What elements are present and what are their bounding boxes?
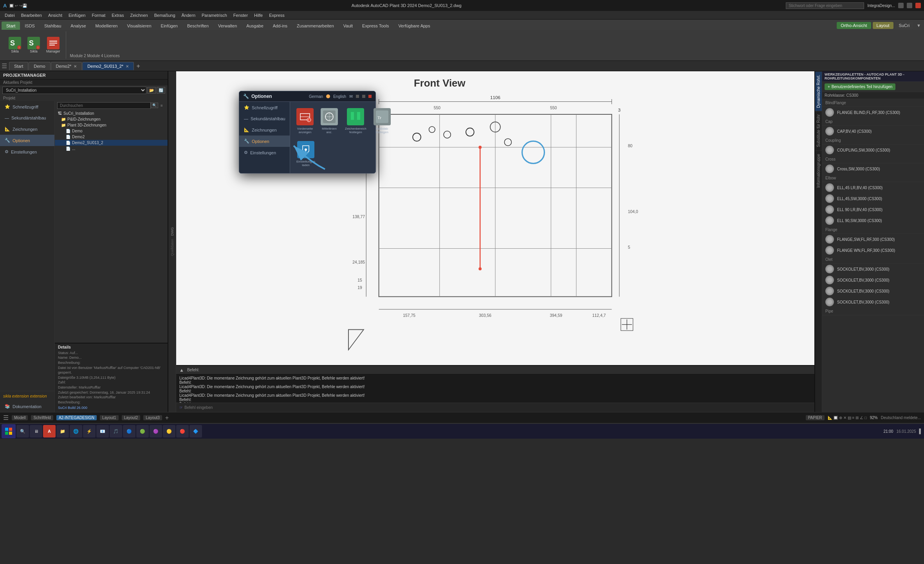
taskbar-item-10[interactable]: 🔴 — [176, 425, 189, 437]
tab-start[interactable]: Start — [2, 22, 20, 30]
taskbar-edge[interactable]: 🌐 — [70, 425, 82, 437]
modal-lang-english[interactable]: English — [333, 94, 346, 99]
tab-start-file[interactable]: Start — [9, 62, 28, 70]
menu-bearbeiten[interactable]: Bearbeiten — [18, 12, 45, 18]
component-flange-wn[interactable]: FLANGE WN,FL,RF,300 (CS300) — [822, 245, 924, 256]
modal-minimize-button[interactable] — [356, 95, 359, 98]
menu-andern[interactable]: Ändern — [179, 12, 199, 18]
tab-stahlbau[interactable]: Stahlbau — [40, 22, 66, 30]
component-ell-45-sw[interactable]: ELL,45,SW,3000 (CS300) — [822, 193, 924, 204]
tab-zusammenarbeiten[interactable]: Zusammenarbeiten — [292, 22, 339, 30]
menu-bemasssung[interactable]: Bemaßung — [151, 12, 179, 18]
papier-btn[interactable]: PAPIER — [806, 415, 825, 420]
tree-item-3[interactable]: 📄 Demo — [55, 128, 168, 134]
ribbon-btn-sikla2[interactable]: S ! Sikla — [25, 36, 42, 54]
taskbar-item-9[interactable]: 🟡 — [163, 425, 175, 437]
maximize-button[interactable] — [907, 3, 912, 8]
modal-nav-sekundaer[interactable]: — Sekundärstahlbau — [239, 113, 290, 124]
modal-nav-optionen[interactable]: 🔧 Optionen — [239, 136, 290, 147]
taskbar-item-8[interactable]: 🟣 — [150, 425, 162, 437]
component-ell-45-lr[interactable]: ELL,45 LR,BV,40 (CS300) — [822, 182, 924, 193]
show-desktop-button[interactable]: ▌ — [919, 428, 922, 434]
windows-start-button[interactable] — [2, 424, 16, 438]
view-options-button[interactable]: ≡ — [158, 102, 165, 109]
modal-nav-einstellungen[interactable]: ⚙ Einstellungen — [239, 147, 290, 158]
nav-sekundaerstahlbau[interactable]: — Sekundärstahlbau — [0, 112, 54, 123]
component-sockolet-4[interactable]: SOCKOLET,BV,3000 (CS300) — [822, 296, 924, 307]
menu-extras[interactable]: Extras — [108, 12, 127, 18]
tab-modellieren[interactable]: Modellieren — [91, 22, 123, 30]
project-open-button[interactable]: 📂 — [147, 87, 156, 94]
component-cross[interactable]: Cross,SW,3000 (CS300) — [822, 163, 924, 174]
taskbar-mail[interactable]: 📧 — [96, 425, 109, 437]
modal-nav-schnellzugriff[interactable]: ⭐ Schnellzugriff — [239, 102, 290, 113]
component-ell-90-sw[interactable]: ELL 90,SW,3000 (CS300) — [822, 215, 924, 226]
project-search-input[interactable] — [57, 102, 151, 109]
project-dropdown[interactable]: SuCri_Installation — [2, 87, 146, 94]
menu-parametrisch[interactable]: Parametrisch — [199, 12, 230, 18]
component-sockolet-3[interactable]: SOCKOLET,BV,3000 (CS300) — [822, 286, 924, 296]
taskbar-explorer[interactable]: 📁 — [56, 425, 69, 437]
tab-verfugbare-apps[interactable]: Verfügbare Apps — [393, 22, 435, 30]
command-input-field[interactable] — [184, 405, 811, 410]
side-tab-substitute[interactable]: Substitute für Rohr — [815, 111, 822, 150]
modal-lang-german[interactable]: German — [309, 94, 323, 99]
component-flange-blind[interactable]: FLANGE BLIND,FL,RF,300 (CS300) — [822, 107, 924, 118]
tree-item-5[interactable]: 📄 Demo2_SU013_2 — [55, 140, 168, 146]
menu-ansicht[interactable]: Ansicht — [45, 12, 65, 18]
tab-vault[interactable]: Vault — [339, 22, 357, 30]
status-menu-icon[interactable]: ☰ — [3, 414, 9, 421]
menu-format[interactable]: Format — [88, 12, 108, 18]
search-input[interactable] — [786, 2, 864, 9]
nav-einstellungen[interactable]: ⚙ Einstellungen — [0, 146, 54, 157]
taskbar-item-6[interactable]: 🔵 — [123, 425, 135, 437]
component-cap[interactable]: CAP,BV,40 (CS300) — [822, 126, 924, 137]
taskbar-autocad[interactable]: A — [43, 425, 56, 437]
option-mittellinien[interactable]: Mittellinien anz. — [318, 106, 340, 136]
menu-fenster[interactable]: Fenster — [230, 12, 251, 18]
option-zeichenbereich[interactable]: Zeichenbereich festlegen — [343, 106, 369, 136]
tab-demo2-close-icon[interactable]: ✕ — [74, 64, 77, 69]
tab-demo2-su013-file[interactable]: Demo2_SU013_2* ✕ — [82, 62, 134, 70]
tree-item-4[interactable]: 📄 Demo2 — [55, 134, 168, 140]
tabs-menu-icon[interactable]: ☰ — [2, 62, 7, 70]
component-coupling[interactable]: COUPLING,SW,3000 (CS300) — [822, 145, 924, 155]
menu-hilfe[interactable]: Hilfe — [251, 12, 266, 18]
search-button[interactable]: 🔍 — [151, 103, 158, 108]
tab-add-ins[interactable]: Add-ins — [268, 22, 292, 30]
menu-datei[interactable]: Datei — [2, 12, 18, 18]
component-flange-sw[interactable]: FLANGE,SW,FL,RF,300 (CS300) — [822, 234, 924, 245]
option-einstellungen-laden[interactable]: Einstellungen laden — [294, 139, 318, 169]
component-sockolet-2[interactable]: SOCKOLET,BV,3000 (CS300) — [822, 275, 924, 286]
nav-optionen[interactable]: 🔧 Optionen — [0, 135, 54, 146]
tab-demo2-su013-close-icon[interactable]: ✕ — [126, 64, 129, 69]
tree-plant3d-zeichnungen[interactable]: 📁 Plant 3D-Zeichnungen — [55, 122, 168, 128]
taskbar-item-11[interactable]: 🔷 — [189, 425, 202, 437]
tab-layout2[interactable]: Layout2 — [122, 415, 141, 420]
tab-demo2-file[interactable]: Demo2* ✕ — [51, 62, 82, 70]
tab-isds[interactable]: ISDS — [20, 22, 40, 30]
close-button[interactable] — [915, 3, 921, 8]
taskbar-search[interactable]: 🔍 — [16, 425, 29, 437]
new-tab-button[interactable]: + — [134, 62, 142, 70]
tree-item-6[interactable]: 📄 ... — [55, 146, 168, 152]
tab-analyse[interactable]: Analyse — [66, 22, 90, 30]
view-tab-layout[interactable]: Layout — [873, 22, 893, 29]
view-tab-sucri[interactable]: SuCri — [895, 22, 914, 29]
side-tab-dynamisch[interactable]: Dynamische Rohrl. — [815, 71, 822, 111]
add-layout-icon[interactable]: + — [165, 414, 169, 421]
menu-einfügen[interactable]: Einfügen — [65, 12, 88, 18]
tab-demo-file[interactable]: Demo — [29, 62, 50, 70]
project-refresh-button[interactable]: 🔄 — [157, 87, 165, 94]
menu-express[interactable]: Express — [266, 12, 288, 18]
tree-root[interactable]: 🏗 SuCri_Installation — [55, 110, 168, 116]
command-expand-icon[interactable]: ▲ — [179, 367, 184, 373]
tab-einfugen[interactable]: Einfügen — [156, 22, 182, 30]
option-massstab[interactable]: Tr Maßstab festlegen — [371, 106, 393, 136]
nav-zeichnungen[interactable]: 📐 Zeichnungen — [0, 123, 54, 135]
taskbar-item-3[interactable]: ⚡ — [83, 425, 96, 437]
ribbon-btn-sikla1[interactable]: S ! Sikla — [6, 36, 23, 54]
tab-verwalten[interactable]: Verwalten — [213, 22, 242, 30]
component-sockolet-1[interactable]: SOCKOLET,BV,3000 (CS300) — [822, 264, 924, 275]
taskbar-taskview[interactable]: 🖥 — [30, 425, 42, 437]
